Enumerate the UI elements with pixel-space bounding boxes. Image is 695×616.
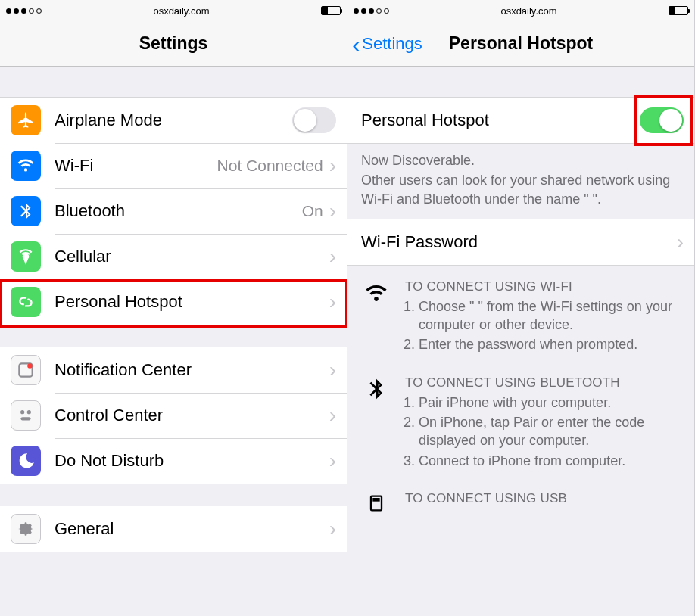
status-bar: osxdaily.com [348,0,694,21]
page-title: Personal Hotspot [449,33,593,54]
svg-rect-4 [21,417,31,420]
airplane-icon [11,105,41,135]
nav-bar: Settings [0,21,347,67]
row-wifi-password[interactable]: Wi-Fi Password › [348,219,694,265]
discoverable-title: Now Discoverable. [361,151,681,170]
wifi-instructions-header: TO CONNECT USING WI-FI [405,279,681,294]
svg-rect-6 [374,499,376,500]
wifi-label: Wi-Fi [55,156,93,176]
status-bar: osxdaily.com [0,0,347,21]
row-wifi[interactable]: Wi-Fi Not Connected › [0,143,347,188]
settings-screen: osxdaily.com Settings Airplane Mode Wi- [0,0,348,616]
usb-icon [361,491,391,514]
row-hotspot-toggle[interactable]: Personal Hotspot [348,98,694,143]
battery-icon [669,6,688,15]
wifi-step-1: Choose " " from the Wi-Fi settings on yo… [419,297,681,334]
notification-icon [11,355,41,385]
svg-rect-7 [377,499,379,500]
bluetooth-value: On [302,202,323,220]
battery-icon [321,6,341,15]
airplane-label: Airplane Mode [55,110,162,130]
row-general[interactable]: General › [0,506,347,552]
svg-point-2 [20,410,24,414]
bluetooth-icon [11,196,41,226]
discoverable-body: Other users can look for your shared net… [361,171,681,208]
wifi-icon [11,151,41,181]
airplane-toggle[interactable] [292,107,336,133]
bt-step-2: On iPhone, tap Pair or enter the code di… [419,413,681,450]
signal-dots [354,8,389,14]
row-notification-center[interactable]: Notification Center › [0,347,347,393]
page-title: Settings [139,33,208,54]
svg-point-3 [27,410,31,414]
control-center-label: Control Center [55,406,163,425]
row-bluetooth[interactable]: Bluetooth On › [0,188,347,234]
wifi-password-label: Wi-Fi Password [361,232,478,252]
back-button[interactable]: ‹ Settings [352,34,422,54]
row-cellular[interactable]: Cellular › [0,234,347,279]
row-airplane-mode[interactable]: Airplane Mode [0,98,347,143]
gear-icon [11,514,41,544]
hotspot-toggle-label: Personal Hotspot [361,110,489,130]
instructions-wifi: TO CONNECT USING WI-FI Choose " " from t… [348,266,694,362]
wifi-icon [361,279,391,356]
hotspot-icon [11,287,41,317]
instructions-bluetooth: TO CONNECT USING BLUETOOTH Pair iPhone w… [348,362,694,478]
bt-instructions-header: TO CONNECT USING BLUETOOTH [405,375,681,390]
hotspot-screen: osxdaily.com ‹ Settings Personal Hotspot… [348,0,695,616]
status-url: osxdaily.com [500,5,556,17]
dnd-label: Do Not Disturb [55,451,164,471]
cellular-label: Cellular [55,247,111,266]
nav-bar: ‹ Settings Personal Hotspot [348,21,694,67]
bt-step-3: Connect to iPhone from computer. [419,452,681,470]
usb-instructions-header: TO CONNECT USING USB [405,491,681,506]
row-do-not-disturb[interactable]: Do Not Disturb › [0,438,347,484]
control-center-icon [11,400,41,431]
general-label: General [55,519,114,539]
row-control-center[interactable]: Control Center › [0,393,347,438]
dnd-icon [11,446,41,476]
bluetooth-label: Bluetooth [55,201,125,221]
notification-label: Notification Center [55,360,192,380]
wifi-value: Not Connected [217,157,323,175]
svg-point-1 [27,363,32,369]
signal-dots [6,8,42,14]
row-personal-hotspot[interactable]: Personal Hotspot › [0,279,347,325]
bluetooth-icon [361,375,391,471]
status-url: osxdaily.com [153,5,209,17]
wifi-step-2: Enter the password when prompted. [419,335,681,353]
bt-step-1: Pair iPhone with your computer. [419,394,681,412]
hotspot-label: Personal Hotspot [55,292,182,312]
cellular-icon [11,241,41,272]
hotspot-toggle[interactable] [640,107,684,133]
back-label: Settings [362,34,422,54]
instructions-usb: TO CONNECT USING USB [348,478,694,514]
